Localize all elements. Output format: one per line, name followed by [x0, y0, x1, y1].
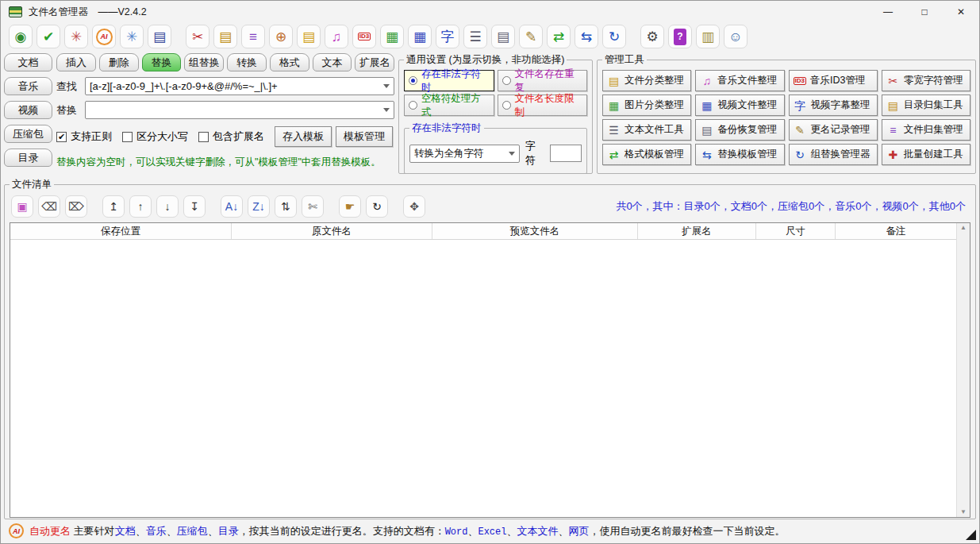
option-duplicate-name[interactable]: 文件名存在重复: [498, 70, 588, 91]
video-subtitle-button[interactable]: 字: [436, 25, 459, 48]
tab-convert[interactable]: 转换: [227, 53, 267, 71]
replace-dropdown-arrow[interactable]: [379, 102, 394, 118]
move-top-button[interactable]: ↥: [102, 195, 125, 218]
tab-music[interactable]: 音乐: [4, 77, 52, 95]
help-button[interactable]: ?: [668, 25, 692, 48]
text-file-button[interactable]: ☰: [463, 25, 487, 48]
copy-list-button[interactable]: ▣: [11, 195, 33, 218]
minimize-button[interactable]: —: [870, 1, 906, 23]
file-classify-button[interactable]: ▤: [297, 25, 321, 48]
column-header-save-location[interactable]: 保存位置: [10, 223, 232, 239]
backup-restore-button[interactable]: ▤: [491, 25, 515, 48]
tab-format[interactable]: 格式: [270, 53, 309, 71]
include-extension-checkbox[interactable]: 包含扩展名: [198, 129, 264, 144]
maximize-button[interactable]: □: [906, 1, 943, 23]
tab-text[interactable]: 文本: [313, 53, 352, 71]
tool-dir-collect-button[interactable]: ▤目录归集工具: [882, 95, 970, 116]
file-table: 保存位置 原文件名 预览文件名 扩展名 尺寸 备注 ▲ ▼: [10, 222, 970, 518]
video-file-button[interactable]: ▦: [408, 25, 432, 48]
replace-template-button[interactable]: ⇆: [575, 25, 598, 48]
tab-archive[interactable]: 压缩包: [4, 125, 52, 143]
tool-image-classify-button[interactable]: ▦图片分类整理: [602, 95, 691, 116]
file-collect-button[interactable]: ≡: [241, 25, 265, 48]
tab-video[interactable]: 视频: [4, 101, 52, 119]
column-header-extension[interactable]: 扩展名: [638, 223, 756, 239]
move-bottom-button[interactable]: ↧: [183, 195, 206, 218]
sort-az-button[interactable]: A↓: [221, 195, 243, 218]
format-template-button[interactable]: ⇄: [547, 25, 571, 48]
move-up-button[interactable]: ↑: [129, 195, 152, 218]
replace-input[interactable]: [86, 104, 379, 116]
tool-text-file-button[interactable]: ☰文本文件工具: [602, 119, 691, 141]
vertical-scrollbar[interactable]: ▲ ▼: [956, 223, 970, 517]
tool-music-id3-button[interactable]: ID3音乐ID3管理: [789, 70, 878, 91]
move-down-button[interactable]: ↓: [156, 195, 179, 218]
find-dropdown-arrow[interactable]: [379, 78, 394, 95]
tool-video-subtitle-button[interactable]: 字视频字幕整理: [789, 95, 878, 116]
preview-button[interactable]: ◉: [9, 25, 33, 48]
close-button[interactable]: ✕: [943, 1, 979, 23]
tool-backup-restore-button[interactable]: ▤备份恢复管理: [695, 119, 784, 141]
tab-directory[interactable]: 目录: [4, 149, 52, 167]
save-template-button[interactable]: 存入模板: [275, 126, 332, 147]
scroll-up-icon[interactable]: ▲: [960, 225, 967, 231]
column-header-preview-name[interactable]: 预览文件名: [432, 223, 638, 239]
tool-rename-record-button[interactable]: ✎更名记录管理: [789, 119, 878, 141]
tool-format-template-button[interactable]: ⇄格式模板管理: [602, 144, 691, 165]
log-button[interactable]: ▥: [696, 25, 720, 48]
illegal-char-mode-select[interactable]: 转换为全角字符: [409, 145, 520, 163]
tool-replace-template-button[interactable]: ⇆替换模板管理: [695, 144, 784, 165]
dir-collect-button[interactable]: ▤: [213, 25, 237, 48]
reverse-order-button[interactable]: ⇅: [275, 195, 297, 218]
replace-panel: 插入 删除 替换 组替换 转换 格式 文本 扩展名 查找 替换: [56, 53, 394, 174]
sort-za-button[interactable]: Z↓: [248, 195, 270, 218]
about-button[interactable]: ☺: [724, 25, 747, 48]
settings-button[interactable]: ⚙: [640, 25, 664, 48]
tool-music-organize-button[interactable]: ♫音乐文件整理: [695, 70, 784, 91]
random-order-button[interactable]: ✄: [302, 195, 324, 218]
music-file-button[interactable]: ♫: [325, 25, 348, 48]
batch-create-button[interactable]: ⊕: [269, 25, 293, 48]
option-illegal-chars[interactable]: 存在非法字符时: [404, 70, 494, 91]
column-header-original-name[interactable]: 原文件名: [232, 223, 432, 239]
delete-item-button[interactable]: ⌫: [38, 195, 60, 218]
apply-button[interactable]: ✔: [37, 25, 60, 48]
tool-label: 文本文件工具: [625, 123, 684, 137]
redo-button[interactable]: ✳: [120, 25, 144, 48]
zero-width-char-button[interactable]: ✂: [186, 25, 209, 48]
save-scheme-button[interactable]: ▤: [148, 25, 171, 48]
spread-files-button[interactable]: ✥: [403, 195, 425, 218]
regex-checkbox[interactable]: ✔ 支持正则: [56, 129, 112, 144]
char-input[interactable]: [550, 145, 582, 162]
undo-button[interactable]: ✳: [64, 25, 88, 48]
tool-group-replace-button[interactable]: ↻组替换管理器: [789, 144, 878, 165]
resize-grip[interactable]: [966, 530, 976, 540]
refresh-list-button[interactable]: ↻: [366, 195, 388, 218]
tool-file-collect-button[interactable]: ≡文件归集管理: [882, 119, 970, 141]
clear-list-button[interactable]: ⌦: [65, 195, 87, 218]
tool-file-classify-button[interactable]: ▤文件分类整理: [602, 70, 691, 91]
scroll-down-icon[interactable]: ▼: [960, 509, 967, 515]
manage-template-button[interactable]: 模板管理: [336, 126, 393, 147]
find-input[interactable]: [86, 80, 379, 92]
option-length-limit[interactable]: 文件名长度限制: [498, 95, 588, 116]
hand-pick-button[interactable]: ☛: [339, 195, 361, 218]
tab-extension[interactable]: 扩展名: [355, 53, 394, 71]
column-header-note[interactable]: 备注: [836, 223, 956, 239]
tab-delete[interactable]: 删除: [99, 53, 139, 71]
image-classify-button[interactable]: ▦: [380, 25, 404, 48]
tab-document[interactable]: 文档: [4, 53, 52, 71]
rename-record-button[interactable]: ✎: [519, 25, 543, 48]
tool-zero-width-button[interactable]: ✂零宽字符管理: [882, 70, 970, 91]
case-sensitive-checkbox[interactable]: 区分大小写: [122, 129, 188, 144]
music-id3-button[interactable]: ID3: [352, 25, 376, 48]
ai-rename-button[interactable]: AI: [92, 25, 116, 48]
tab-insert[interactable]: 插入: [56, 53, 96, 71]
column-header-size[interactable]: 尺寸: [756, 223, 836, 239]
tool-video-organize-button[interactable]: ▦视频文件整理: [695, 95, 784, 116]
tab-replace[interactable]: 替换: [142, 53, 182, 71]
tab-group-replace[interactable]: 组替换: [184, 53, 224, 71]
group-replace-button[interactable]: ↻: [602, 25, 626, 48]
tool-batch-create-button[interactable]: ✚批量创建工具: [882, 144, 970, 165]
option-space-handling[interactable]: 空格符处理方式: [404, 95, 494, 116]
